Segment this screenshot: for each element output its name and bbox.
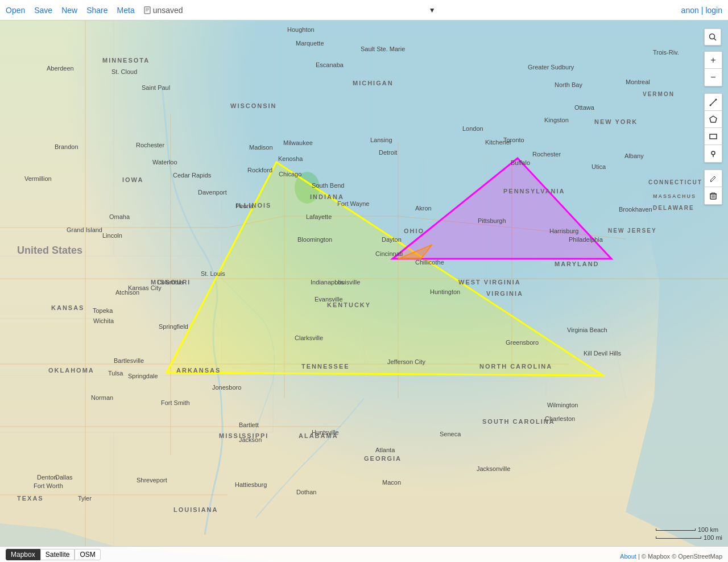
topbar-center: ▼ (183, 6, 681, 14)
draw-rect-button[interactable] (705, 128, 722, 145)
anon-label[interactable]: anon (681, 6, 699, 15)
login-button[interactable]: login (705, 6, 722, 15)
svg-point-31 (710, 34, 715, 39)
search-icon (709, 33, 717, 41)
draw-point-button[interactable] (705, 145, 722, 162)
map-background (0, 0, 728, 562)
svg-point-35 (715, 98, 717, 100)
scale-line-mi (656, 536, 701, 539)
draw-polygon-button[interactable] (705, 111, 722, 128)
save-button[interactable]: Save (34, 6, 52, 15)
scale-label-mi: 100 mi (704, 534, 722, 541)
draw-rect-icon (709, 133, 717, 140)
scale-bar: 100 km 100 mi (656, 526, 722, 542)
satellite-button[interactable]: Satellite (40, 549, 75, 560)
draw-point-icon (709, 150, 717, 158)
topbar: Open Save New Share Meta unsaved ▼ anon … (0, 0, 728, 20)
open-button[interactable]: Open (6, 6, 25, 15)
svg-point-38 (712, 151, 715, 155)
map-source-buttons: Mapbox Satellite OSM (6, 549, 101, 560)
svg-point-34 (710, 104, 712, 106)
zoom-in-icon: + (710, 55, 715, 65)
document-icon (144, 6, 151, 14)
zoom-controls: + − (704, 51, 722, 86)
bottom-bar: Mapbox Satellite OSM About | © Mapbox © … (0, 546, 728, 562)
svg-line-33 (710, 100, 716, 105)
meta-button[interactable]: Meta (117, 6, 135, 15)
dropdown-arrow[interactable]: ▼ (429, 6, 436, 14)
topbar-left: Open Save New Share Meta unsaved (6, 6, 183, 15)
svg-line-41 (714, 176, 715, 177)
draw-polygon-icon (709, 115, 717, 123)
bottom-right: About | © Mapbox © OpenStreetMap (620, 553, 722, 560)
map-container[interactable]: Open Save New Share Meta unsaved ▼ anon … (0, 0, 728, 562)
unsaved-label: unsaved (153, 6, 183, 15)
svg-rect-27 (144, 7, 150, 14)
draw-line-button[interactable] (705, 94, 722, 111)
scale-label-km: 100 km (698, 526, 718, 533)
osm-button[interactable]: OSM (75, 549, 100, 560)
topbar-right: anon | login (681, 6, 722, 15)
zoom-out-icon: − (710, 72, 715, 82)
copyright-text: © Mapbox © OpenStreetMap (642, 553, 722, 560)
zoom-out-button[interactable]: − (705, 69, 722, 86)
draw-line-icon (709, 98, 717, 106)
share-button[interactable]: Share (86, 6, 107, 15)
svg-rect-37 (710, 134, 717, 139)
unsaved-button[interactable]: unsaved (144, 6, 183, 15)
delete-button[interactable] (705, 187, 722, 204)
svg-line-32 (714, 39, 717, 41)
draw-controls (704, 93, 722, 163)
search-button[interactable] (704, 28, 721, 46)
separator: | (701, 6, 704, 15)
zoom-in-button[interactable]: + (705, 52, 722, 69)
about-link[interactable]: About (620, 553, 636, 560)
delete-icon (709, 192, 717, 200)
right-controls: + − (704, 28, 722, 207)
new-button[interactable]: New (61, 6, 77, 15)
edit-controls (704, 170, 722, 205)
mapbox-button[interactable]: Mapbox (6, 549, 40, 560)
svg-marker-36 (710, 116, 717, 122)
edit-button[interactable] (705, 170, 722, 187)
scale-line-km (656, 528, 696, 531)
edit-icon (709, 175, 717, 183)
